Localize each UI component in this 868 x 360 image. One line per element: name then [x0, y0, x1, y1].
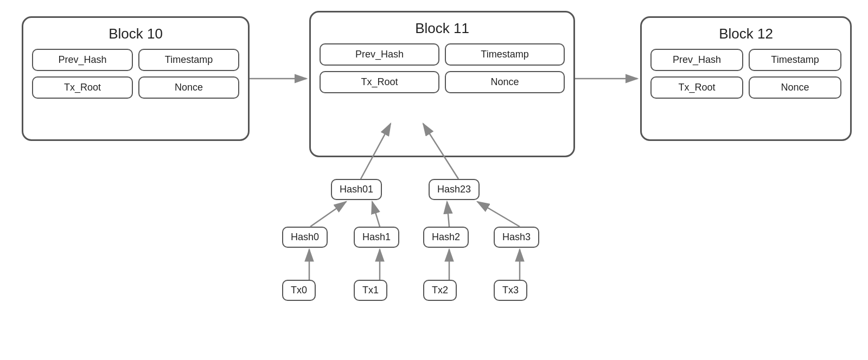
block11-nonce: Nonce — [445, 71, 565, 93]
block11-tx-root: Tx_Root — [320, 71, 439, 93]
tx1-node: Tx1 — [354, 280, 387, 301]
tx0-node: Tx0 — [282, 280, 316, 301]
diagram-container: Block 10 Prev_Hash Timestamp Tx_Root Non… — [0, 0, 868, 360]
block-12: Block 12 Prev_Hash Timestamp Tx_Root Non… — [640, 16, 852, 141]
block11-prev-hash: Prev_Hash — [320, 43, 439, 66]
arrow-hash0-hash01 — [310, 202, 346, 227]
block11-grid: Prev_Hash Timestamp Tx_Root Nonce — [320, 43, 565, 93]
block12-prev-hash: Prev_Hash — [650, 49, 743, 71]
block12-grid: Prev_Hash Timestamp Tx_Root Nonce — [650, 49, 841, 99]
block-11: Block 11 Prev_Hash Timestamp Tx_Root Non… — [309, 11, 575, 157]
block11-title: Block 11 — [320, 20, 565, 37]
block10-tx-root: Tx_Root — [32, 76, 133, 99]
hash01-node: Hash01 — [331, 179, 382, 200]
arrow-hash1-hash01 — [372, 202, 380, 227]
arrow-hash3-hash23 — [477, 202, 520, 227]
block12-nonce: Nonce — [749, 76, 841, 99]
block12-title: Block 12 — [650, 25, 841, 42]
block10-grid: Prev_Hash Timestamp Tx_Root Nonce — [32, 49, 239, 99]
tx2-node: Tx2 — [423, 280, 457, 301]
block10-timestamp: Timestamp — [138, 49, 239, 71]
block-10: Block 10 Prev_Hash Timestamp Tx_Root Non… — [22, 16, 250, 141]
hash3-node: Hash3 — [494, 227, 539, 248]
tx3-node: Tx3 — [494, 280, 527, 301]
hash0-node: Hash0 — [282, 227, 328, 248]
hash1-node: Hash1 — [354, 227, 399, 248]
arrow-hash2-hash23 — [447, 202, 449, 227]
block10-prev-hash: Prev_Hash — [32, 49, 133, 71]
block12-tx-root: Tx_Root — [650, 76, 743, 99]
hash2-node: Hash2 — [423, 227, 469, 248]
block12-timestamp: Timestamp — [749, 49, 841, 71]
block10-nonce: Nonce — [138, 76, 239, 99]
block10-title: Block 10 — [32, 25, 239, 42]
block11-timestamp: Timestamp — [445, 43, 565, 66]
hash23-node: Hash23 — [429, 179, 480, 200]
